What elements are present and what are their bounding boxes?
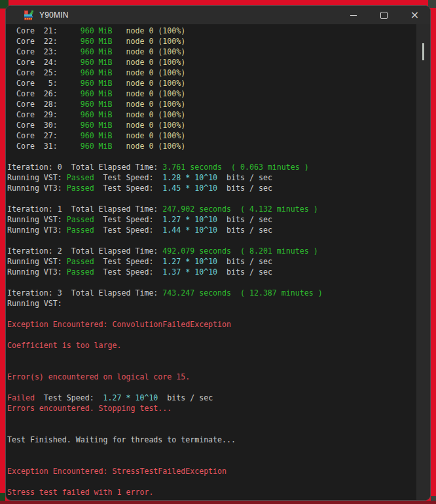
terminal-line	[7, 476, 416, 487]
terminal-line: Running VT3: Passed Test Speed: 1.44 * 1…	[7, 225, 416, 235]
terminal-line	[7, 424, 416, 435]
terminal-line: Core 24: 960 MiB node 0 (100%)	[7, 57, 416, 68]
title-bar[interactable]: Y90MIN ×	[6, 6, 430, 24]
minimize-icon	[350, 15, 357, 16]
terminal-line: Running VT3: Passed Test Speed: 1.37 * 1…	[7, 267, 416, 277]
terminal-line: Iteration: 3 Total Elapsed Time: 743.247…	[7, 288, 416, 298]
bottom-strip	[0, 501, 436, 504]
terminal-line	[7, 330, 416, 340]
scrollbar-thumb[interactable]	[422, 43, 424, 60]
terminal-line	[7, 277, 416, 288]
terminal-line	[7, 151, 416, 162]
terminal-line: Iteration: 2 Total Elapsed Time: 492.079…	[7, 246, 416, 256]
terminal-line: Test Finished. Waiting for threads to te…	[7, 435, 416, 445]
terminal-line	[7, 193, 416, 204]
terminal-line: Core 21: 960 MiB node 0 (100%)	[7, 26, 416, 36]
terminal-line: Core 30: 960 MiB node 0 (100%)	[7, 120, 416, 130]
terminal-line: Core 22: 960 MiB node 0 (100%)	[7, 36, 416, 47]
terminal-line: Coefficient is too large.	[7, 340, 416, 351]
terminal-output[interactable]: Core 21: 960 MiB node 0 (100%) Core 22: …	[6, 24, 416, 500]
terminal-line: Running VST: Passed Test Speed: 1.27 * 1…	[7, 214, 416, 225]
terminal-line: Core 23: 960 MiB node 0 (100%)	[7, 47, 416, 57]
terminal-line	[7, 414, 416, 424]
minimize-button[interactable]	[338, 6, 369, 24]
terminal-line	[7, 351, 416, 361]
terminal-line	[7, 309, 416, 319]
terminal-line: Running VST:	[7, 298, 416, 309]
terminal-line: Exception Encountered: ConvolutionFailed…	[7, 319, 416, 330]
terminal-line: Error(s) encountered on logical core 15.	[7, 372, 416, 382]
terminal-line	[7, 361, 416, 372]
maximize-icon	[380, 12, 388, 19]
terminal-line: Core 29: 960 MiB node 0 (100%)	[7, 109, 416, 120]
terminal-line	[7, 456, 416, 466]
terminal-line: Running VST: Passed Test Speed: 1.27 * 1…	[7, 256, 416, 267]
terminal-line: Exception Encountered: StressTestFailedE…	[7, 466, 416, 476]
maximize-button[interactable]	[369, 6, 399, 24]
terminal-line: Running VST: Passed Test Speed: 1.28 * 1…	[7, 172, 416, 183]
terminal-line: Core 26: 960 MiB node 0 (100%)	[7, 88, 416, 99]
close-button[interactable]: ×	[399, 6, 430, 24]
window-title: Y90MIN	[39, 10, 69, 20]
close-icon: ×	[410, 10, 419, 20]
terminal-line: Core 31: 960 MiB node 0 (100%)	[7, 141, 416, 151]
terminal-line: Core 5: 960 MiB node 0 (100%)	[7, 78, 416, 88]
terminal-line: Iteration: 0 Total Elapsed Time: 3.761 s…	[7, 162, 416, 172]
terminal-line: Core 27: 960 MiB node 0 (100%)	[7, 130, 416, 141]
terminal-line	[7, 382, 416, 393]
terminal-line: Core 28: 960 MiB node 0 (100%)	[7, 99, 416, 109]
window-controls: ×	[338, 6, 430, 24]
terminal-line: Iteration: 1 Total Elapsed Time: 247.902…	[7, 204, 416, 214]
terminal-line: Stress test failed with 1 error.	[7, 487, 416, 497]
terminal-line	[7, 445, 416, 456]
scrollbar-track[interactable]	[416, 24, 430, 500]
terminal-line	[7, 235, 416, 246]
terminal-line: Running VT3: Passed Test Speed: 1.45 * 1…	[7, 183, 416, 193]
app-icon	[24, 10, 34, 20]
terminal-line: Errors encountered. Stopping test...	[7, 403, 416, 414]
console-window: Y90MIN × Core 21: 960 MiB node 0 (100%) …	[5, 5, 431, 501]
terminal-line: Failed Test Speed: 1.27 * 10^10 bits / s…	[7, 393, 416, 403]
terminal-line: Core 25: 960 MiB node 0 (100%)	[7, 68, 416, 78]
